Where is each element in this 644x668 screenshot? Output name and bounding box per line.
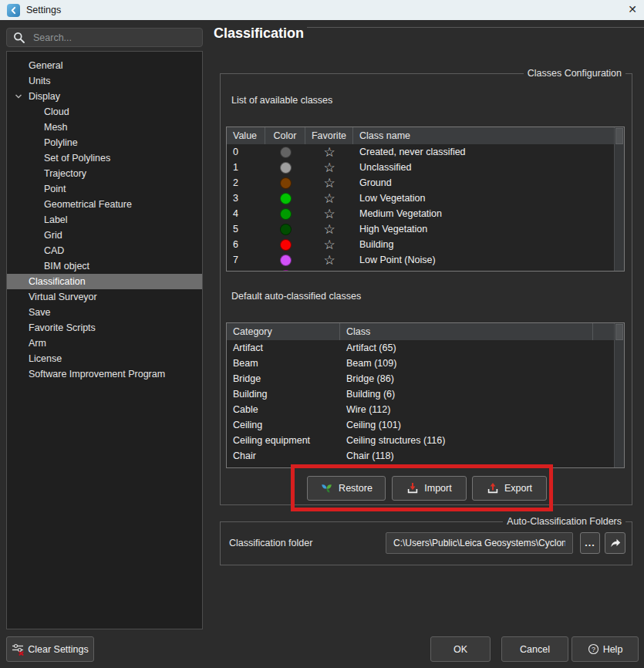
auto-classified-label: Default auto-classified classes (231, 291, 361, 302)
favorite-star-icon[interactable]: ☆ (323, 269, 335, 272)
open-folder-button[interactable] (605, 532, 625, 554)
sidebar-item-geometrical-feature[interactable]: Geometrical Feature (7, 197, 202, 212)
auto-class-row[interactable]: Bridge Bridge (86) (227, 371, 624, 386)
vertical-scrollbar[interactable] (614, 127, 624, 271)
classification-folder-label: Classification folder (229, 538, 312, 548)
import-icon (406, 482, 419, 494)
sidebar-item-license[interactable]: License (7, 351, 202, 366)
sidebar-item-arm[interactable]: Arm (7, 336, 202, 351)
auto-class-row[interactable]: Beam Beam (109) (227, 356, 624, 371)
sidebar-item-display[interactable]: Display (7, 89, 202, 104)
class-color-swatch[interactable] (280, 270, 292, 272)
app-icon (7, 4, 20, 17)
cancel-button[interactable]: Cancel (501, 636, 568, 662)
sidebar-item-label[interactable]: Label (7, 212, 202, 228)
header-separator (307, 27, 644, 28)
favorite-star-icon[interactable]: ☆ (323, 254, 335, 267)
help-button[interactable]: ? Help (572, 636, 639, 662)
auto-classification-folders-legend: Auto-Classification Folders (503, 516, 625, 527)
class-color-swatch[interactable] (280, 193, 292, 204)
favorite-star-icon[interactable]: ☆ (323, 177, 335, 190)
restore-button[interactable]: Restore (307, 476, 386, 501)
class-row[interactable]: 8 ☆ (227, 268, 624, 272)
class-row[interactable]: 4 ☆ Medium Vegetation (227, 206, 624, 221)
classes-table-header: Value Color Favorite Class name (227, 127, 624, 144)
sidebar-item-set-of-polylines[interactable]: Set of Polylines (7, 150, 202, 166)
sidebar-item-grid[interactable]: Grid (7, 228, 202, 243)
auto-classified-table: Category Class Artifact Artifact (65) Be… (226, 322, 625, 468)
close-icon[interactable]: ✕ (628, 3, 637, 15)
favorite-star-icon[interactable]: ☆ (323, 238, 335, 251)
settings-window: Settings ✕ General Units Display Cloud M… (0, 0, 644, 668)
column-header-class: Class (340, 323, 593, 340)
auto-class-row[interactable]: Building Building (6) (227, 386, 624, 402)
clear-settings-button[interactable]: Clear Settings (6, 636, 94, 662)
class-row[interactable]: 5 ☆ High Vegetation (227, 221, 624, 237)
auto-table-header: Category Class (227, 323, 624, 340)
column-header-value: Value (227, 127, 265, 144)
help-icon: ? (588, 643, 599, 655)
sidebar-item-cad[interactable]: CAD (7, 243, 202, 258)
classification-folder-path[interactable] (386, 532, 573, 554)
column-header-color: Color (265, 127, 305, 144)
browse-button[interactable]: ... (580, 532, 600, 554)
class-color-swatch[interactable] (280, 162, 292, 174)
sidebar-item-software-improvement-program[interactable]: Software Improvement Program (7, 366, 202, 382)
class-row[interactable]: 1 ☆ Unclassified (227, 160, 624, 175)
auto-class-row[interactable]: Artifact Artifact (65) (227, 340, 624, 356)
auto-class-row[interactable]: Cable Wire (112) (227, 402, 624, 417)
vertical-scrollbar[interactable] (614, 323, 624, 467)
auto-class-row[interactable]: Chair Chair (118) (227, 448, 624, 464)
settings-tree: General Units Display Cloud Mesh Polylin… (6, 51, 203, 629)
column-header-favorite: Favorite (305, 127, 353, 144)
favorite-star-icon[interactable]: ☆ (323, 192, 335, 205)
class-color-swatch[interactable] (280, 255, 292, 266)
sidebar-item-general[interactable]: General (7, 58, 202, 73)
sidebar-item-bim-object[interactable]: BIM object (7, 258, 202, 274)
class-color-swatch[interactable] (280, 239, 292, 251)
auto-class-row[interactable]: Ceiling equipment Ceiling structures (11… (227, 433, 624, 448)
open-folder-arrow-icon (609, 537, 622, 549)
class-color-swatch[interactable] (280, 177, 292, 189)
class-row[interactable]: 6 ☆ Building (227, 237, 624, 252)
favorite-star-icon[interactable]: ☆ (323, 161, 335, 174)
export-button[interactable]: Export (472, 476, 547, 501)
ok-button[interactable]: OK (430, 636, 491, 662)
search-input[interactable] (32, 32, 196, 44)
sidebar-item-save[interactable]: Save (7, 305, 202, 320)
favorite-star-icon[interactable]: ☆ (323, 207, 335, 221)
page-title: Classification (214, 25, 304, 42)
class-color-swatch[interactable] (280, 224, 292, 235)
auto-class-row[interactable]: Ceiling Ceiling (101) (227, 417, 624, 433)
class-row[interactable]: 7 ☆ Low Point (Noise) (227, 252, 624, 268)
window-title: Settings (26, 5, 61, 15)
sidebar-item-trajectory[interactable]: Trajectory (7, 166, 202, 181)
classes-table: Value Color Favorite Class name 0 ☆ Crea… (226, 127, 625, 272)
column-header-class-name: Class name (353, 127, 624, 144)
sidebar-item-polyline[interactable]: Polyline (7, 135, 202, 150)
import-button[interactable]: Import (392, 476, 467, 501)
clear-settings-icon (12, 643, 25, 656)
class-color-swatch[interactable] (280, 208, 292, 220)
scrollbar-thumb[interactable] (615, 128, 623, 144)
sidebar-item-favorite-scripts[interactable]: Favorite Scripts (7, 320, 202, 336)
chevron-down-icon[interactable] (15, 93, 22, 100)
available-classes-label: List of available classes (231, 95, 332, 106)
scrollbar-thumb[interactable] (615, 324, 623, 340)
sidebar-item-virtual-surveyor[interactable]: Virtual Surveyor (7, 289, 202, 305)
sidebar-item-units[interactable]: Units (7, 73, 202, 89)
favorite-star-icon[interactable]: ☆ (323, 146, 335, 159)
class-row[interactable]: 2 ☆ Ground (227, 175, 624, 191)
class-color-swatch[interactable] (280, 147, 292, 158)
folder-path-input[interactable] (392, 537, 567, 549)
sidebar-item-cloud[interactable]: Cloud (7, 104, 202, 120)
class-row[interactable]: 3 ☆ Low Vegetation (227, 191, 624, 206)
sidebar-item-classification[interactable]: Classification (7, 274, 202, 289)
search-box[interactable] (6, 28, 203, 47)
title-bar: Settings ✕ (0, 0, 644, 20)
sidebar-item-point[interactable]: Point (7, 181, 202, 197)
class-row[interactable]: 0 ☆ Created, never classified (227, 144, 624, 160)
sidebar-item-mesh[interactable]: Mesh (7, 120, 202, 135)
classes-configuration-legend: Classes Configuration (524, 68, 625, 79)
favorite-star-icon[interactable]: ☆ (323, 223, 335, 236)
